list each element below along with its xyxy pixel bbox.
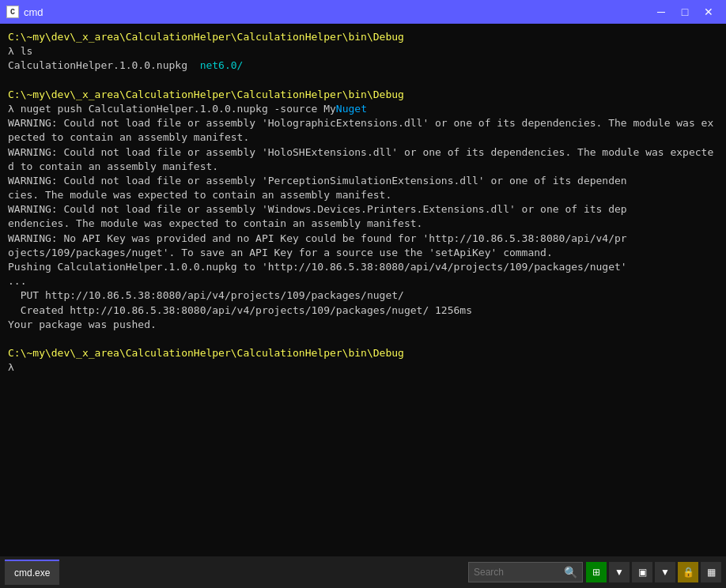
put-output: PUT http://10.86.5.38:8080/api/v4/projec…	[8, 289, 404, 301]
cmd-icon: C	[6, 6, 19, 18]
window-title: cmd	[24, 6, 43, 18]
terminal-text: C:\~my\dev\_x_area\CalculationHelper\Cal…	[8, 30, 718, 375]
warning-1: WARNING: Could not load file or assembly…	[8, 117, 713, 143]
search-icon[interactable]: 🔍	[564, 566, 577, 579]
window-controls: ─ □ ✕	[650, 3, 720, 21]
ls-output: CalculationHelper.1.0.0.nupkg net6.0/	[8, 59, 243, 71]
taskbar-icon-1[interactable]: ⊞	[586, 562, 607, 582]
title-bar: C cmd ─ □ ✕	[0, 0, 726, 24]
created-output: Created http://10.86.5.38:8080/api/v4/pr…	[8, 304, 472, 316]
push-output-1: Pushing CalculationHelper.1.0.0.nupkg to…	[8, 261, 627, 273]
taskbar-lock-icon[interactable]: 🔒	[678, 562, 698, 582]
path-line-2: C:\~my\dev\_x_area\CalculationHelper\Cal…	[8, 89, 404, 100]
maximize-button[interactable]: □	[674, 3, 696, 21]
taskbar-app-label: cmd.exe	[14, 567, 50, 579]
warning-5: WARNING: No API Key was provided and no …	[8, 232, 627, 258]
taskbar: cmd.exe 🔍 ⊞ ▼ ▣ ▼ 🔒 ▦	[0, 556, 726, 588]
cmd-line-3: λ	[8, 361, 14, 373]
warning-4: WARNING: Could not load file or assembly…	[8, 203, 627, 229]
success-output: Your package was pushed.	[8, 318, 157, 330]
taskbar-icon-2[interactable]: ▣	[632, 562, 652, 582]
taskbar-app-item[interactable]: cmd.exe	[5, 560, 59, 585]
minimize-button[interactable]: ─	[650, 3, 672, 21]
cmd-line-2: λ nuget push CalculationHelper.1.0.0.nup…	[8, 103, 367, 115]
taskbar-icon-group: ⊞ ▼ ▣ ▼ 🔒 ▦	[586, 562, 721, 582]
taskbar-dropdown-1[interactable]: ▼	[609, 562, 630, 582]
push-dots: ...	[8, 275, 26, 287]
path-line-1: C:\~my\dev\_x_area\CalculationHelper\Cal…	[8, 31, 404, 43]
taskbar-grid-icon[interactable]: ▦	[701, 562, 721, 582]
warning-3: WARNING: Could not load file or assembly…	[8, 175, 627, 201]
cmd-line-1: λ ls	[8, 45, 32, 57]
taskbar-search-box[interactable]: 🔍	[468, 562, 583, 582]
terminal-output: C:\~my\dev\_x_area\CalculationHelper\Cal…	[0, 24, 726, 556]
path-line-3: C:\~my\dev\_x_area\CalculationHelper\Cal…	[8, 347, 404, 359]
close-button[interactable]: ✕	[698, 3, 720, 21]
title-bar-left: C cmd	[6, 6, 43, 18]
warning-2: WARNING: Could not load file or assembly…	[8, 146, 713, 172]
taskbar-dropdown-2[interactable]: ▼	[655, 562, 675, 582]
search-input[interactable]	[474, 567, 561, 578]
